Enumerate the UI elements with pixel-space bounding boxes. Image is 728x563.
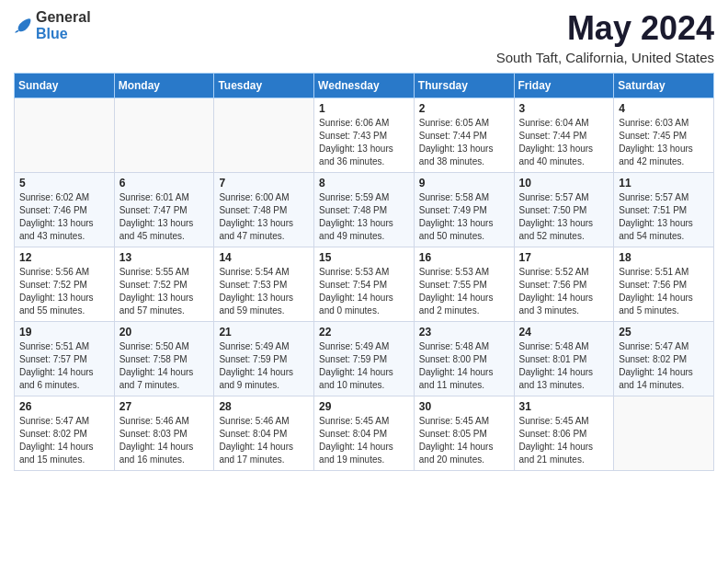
day-detail: Sunrise: 5:47 AM Sunset: 8:02 PM Dayligh… [19,415,109,466]
day-detail: Sunrise: 5:45 AM Sunset: 8:05 PM Dayligh… [419,415,509,466]
main-title: May 2024 [496,9,714,48]
day-detail: Sunrise: 5:48 AM Sunset: 8:01 PM Dayligh… [519,340,609,392]
calendar-cell: 20Sunrise: 5:50 AM Sunset: 7:58 PM Dayli… [114,322,214,396]
calendar-week-3: 12Sunrise: 5:56 AM Sunset: 7:52 PM Dayli… [15,247,714,322]
day-detail: Sunrise: 5:56 AM Sunset: 7:52 PM Dayligh… [19,266,109,317]
calendar-cell: 27Sunrise: 5:46 AM Sunset: 8:03 PM Dayli… [114,396,214,471]
calendar-cell [214,98,314,173]
calendar-cell: 22Sunrise: 5:49 AM Sunset: 7:59 PM Dayli… [314,322,415,396]
day-header-wednesday: Wednesday [314,74,415,98]
day-header-saturday: Saturday [614,74,714,98]
day-detail: Sunrise: 5:59 AM Sunset: 7:48 PM Dayligh… [319,191,409,243]
day-number: 6 [119,177,210,190]
day-header-thursday: Thursday [414,74,514,98]
calendar-cell: 2Sunrise: 6:05 AM Sunset: 7:44 PM Daylig… [414,98,514,173]
calendar-cell: 31Sunrise: 5:45 AM Sunset: 8:06 PM Dayli… [514,396,614,471]
day-detail: Sunrise: 6:05 AM Sunset: 7:44 PM Dayligh… [419,117,509,168]
day-detail: Sunrise: 5:46 AM Sunset: 8:03 PM Dayligh… [119,415,210,466]
day-detail: Sunrise: 5:53 AM Sunset: 7:54 PM Dayligh… [319,266,409,317]
day-number: 30 [419,400,509,413]
calendar-cell: 18Sunrise: 5:51 AM Sunset: 7:56 PM Dayli… [614,247,714,322]
day-detail: Sunrise: 5:54 AM Sunset: 7:53 PM Dayligh… [219,266,309,317]
day-number: 25 [619,326,709,339]
day-number: 24 [519,326,609,339]
day-detail: Sunrise: 5:45 AM Sunset: 8:04 PM Dayligh… [319,415,409,466]
calendar-cell: 19Sunrise: 5:51 AM Sunset: 7:57 PM Dayli… [15,322,115,396]
subtitle: South Taft, California, United States [496,50,714,65]
day-header-sunday: Sunday [15,74,115,98]
day-detail: Sunrise: 5:47 AM Sunset: 8:02 PM Dayligh… [619,340,709,392]
calendar-header-row: SundayMondayTuesdayWednesdayThursdayFrid… [15,74,714,98]
day-number: 15 [319,251,409,264]
day-number: 11 [619,177,709,190]
calendar-cell: 8Sunrise: 5:59 AM Sunset: 7:48 PM Daylig… [314,173,415,247]
calendar-cell: 17Sunrise: 5:52 AM Sunset: 7:56 PM Dayli… [514,247,614,322]
logo-blue-text: Blue [36,26,68,41]
day-number: 1 [319,102,409,115]
calendar-cell: 10Sunrise: 5:57 AM Sunset: 7:50 PM Dayli… [514,173,614,247]
day-number: 8 [319,177,409,190]
calendar-cell: 1Sunrise: 6:06 AM Sunset: 7:43 PM Daylig… [314,98,415,173]
day-number: 28 [219,400,309,413]
day-number: 22 [319,326,409,339]
day-detail: Sunrise: 5:57 AM Sunset: 7:51 PM Dayligh… [619,191,709,243]
day-detail: Sunrise: 5:55 AM Sunset: 7:52 PM Dayligh… [119,266,210,317]
day-number: 19 [19,326,109,339]
calendar-week-4: 19Sunrise: 5:51 AM Sunset: 7:57 PM Dayli… [15,322,714,396]
calendar-cell: 9Sunrise: 5:58 AM Sunset: 7:49 PM Daylig… [414,173,514,247]
day-detail: Sunrise: 6:02 AM Sunset: 7:46 PM Dayligh… [19,191,109,243]
logo-bird-icon [14,17,34,34]
day-header-monday: Monday [114,74,214,98]
calendar-cell: 12Sunrise: 5:56 AM Sunset: 7:52 PM Dayli… [15,247,115,322]
day-number: 10 [519,177,609,190]
calendar-cell: 29Sunrise: 5:45 AM Sunset: 8:04 PM Dayli… [314,396,415,471]
day-number: 16 [419,251,509,264]
calendar-cell: 25Sunrise: 5:47 AM Sunset: 8:02 PM Dayli… [614,322,714,396]
calendar-cell: 24Sunrise: 5:48 AM Sunset: 8:01 PM Dayli… [514,322,614,396]
calendar-cell: 14Sunrise: 5:54 AM Sunset: 7:53 PM Dayli… [214,247,314,322]
logo-general-text: General [36,9,91,25]
day-number: 3 [519,102,609,115]
day-number: 4 [619,102,709,115]
day-number: 29 [319,400,409,413]
calendar-cell [114,98,214,173]
calendar-cell: 30Sunrise: 5:45 AM Sunset: 8:05 PM Dayli… [414,396,514,471]
calendar-cell: 13Sunrise: 5:55 AM Sunset: 7:52 PM Dayli… [114,247,214,322]
day-number: 23 [419,326,509,339]
day-header-tuesday: Tuesday [214,74,314,98]
day-number: 2 [419,102,509,115]
calendar-cell: 15Sunrise: 5:53 AM Sunset: 7:54 PM Dayli… [314,247,415,322]
day-detail: Sunrise: 6:01 AM Sunset: 7:47 PM Dayligh… [119,191,210,243]
day-number: 13 [119,251,210,264]
day-number: 18 [619,251,709,264]
day-number: 31 [519,400,609,413]
day-number: 17 [519,251,609,264]
day-number: 12 [19,251,109,264]
day-number: 20 [119,326,210,339]
day-detail: Sunrise: 5:49 AM Sunset: 7:59 PM Dayligh… [219,340,309,392]
calendar-cell [614,396,714,471]
day-number: 27 [119,400,210,413]
calendar-cell: 4Sunrise: 6:03 AM Sunset: 7:45 PM Daylig… [614,98,714,173]
day-detail: Sunrise: 6:00 AM Sunset: 7:48 PM Dayligh… [219,191,309,243]
day-number: 9 [419,177,509,190]
logo: General Blue [14,9,91,42]
calendar-cell [15,98,115,173]
calendar-cell: 5Sunrise: 6:02 AM Sunset: 7:46 PM Daylig… [15,173,115,247]
day-number: 14 [219,251,309,264]
calendar-cell: 7Sunrise: 6:00 AM Sunset: 7:48 PM Daylig… [214,173,314,247]
day-detail: Sunrise: 5:52 AM Sunset: 7:56 PM Dayligh… [519,266,609,317]
calendar-body: 1Sunrise: 6:06 AM Sunset: 7:43 PM Daylig… [15,98,714,471]
calendar-cell: 3Sunrise: 6:04 AM Sunset: 7:44 PM Daylig… [514,98,614,173]
calendar-week-5: 26Sunrise: 5:47 AM Sunset: 8:02 PM Dayli… [15,396,714,471]
day-header-friday: Friday [514,74,614,98]
day-number: 7 [219,177,309,190]
calendar-week-2: 5Sunrise: 6:02 AM Sunset: 7:46 PM Daylig… [15,173,714,247]
calendar-cell: 6Sunrise: 6:01 AM Sunset: 7:47 PM Daylig… [114,173,214,247]
calendar-cell: 23Sunrise: 5:48 AM Sunset: 8:00 PM Dayli… [414,322,514,396]
title-area: May 2024 South Taft, California, United … [496,9,714,65]
calendar-table: SundayMondayTuesdayWednesdayThursdayFrid… [14,73,714,471]
calendar-cell: 26Sunrise: 5:47 AM Sunset: 8:02 PM Dayli… [15,396,115,471]
day-detail: Sunrise: 5:57 AM Sunset: 7:50 PM Dayligh… [519,191,609,243]
calendar-cell: 21Sunrise: 5:49 AM Sunset: 7:59 PM Dayli… [214,322,314,396]
